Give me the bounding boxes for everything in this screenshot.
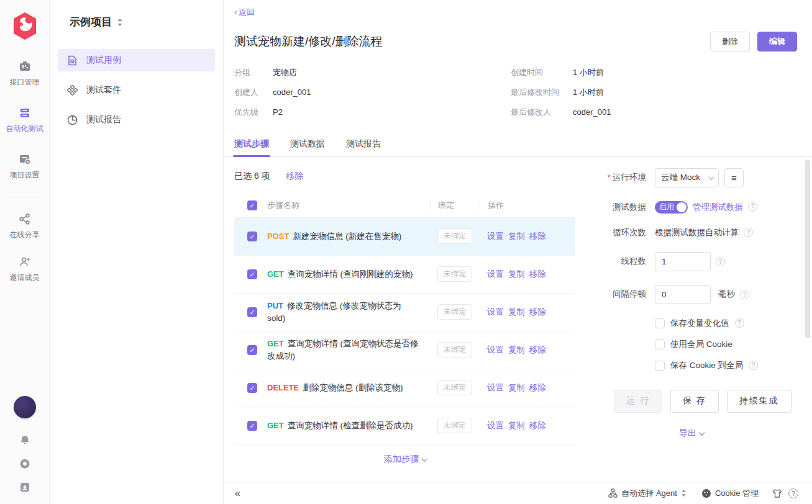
set-link[interactable]: 设置 bbox=[487, 420, 504, 431]
continuous-integration-button[interactable]: 持续集成 bbox=[727, 390, 791, 413]
meta-label: 分组 bbox=[234, 67, 273, 78]
step-row[interactable]: ✓ DELETE删除宠物信息 (删除该宠物) 未绑定 设置 复制 移除 bbox=[234, 369, 575, 407]
help-icon[interactable]: ? bbox=[748, 202, 757, 212]
environment-manage-button[interactable]: ≡ bbox=[724, 168, 744, 187]
use-global-cookie-option[interactable]: 使用全局 Cookie bbox=[655, 339, 797, 350]
sidebar-item-label: 测试套件 bbox=[86, 84, 121, 96]
tab-test-report[interactable]: 测试报告 bbox=[346, 138, 381, 156]
remove-link[interactable]: 移除 bbox=[529, 307, 546, 318]
remove-link[interactable]: 移除 bbox=[529, 382, 546, 394]
set-link[interactable]: 设置 bbox=[487, 382, 504, 394]
test-data-label: 测试数据 bbox=[585, 202, 646, 213]
vertical-scrollbar[interactable] bbox=[805, 160, 810, 338]
sidebar-item-test-reports[interactable]: 测试报告 bbox=[58, 109, 215, 131]
rail-item-invite-members[interactable]: 邀请成员 bbox=[10, 255, 40, 283]
question-icon: ? bbox=[788, 488, 798, 498]
export-link[interactable]: 导出 bbox=[679, 428, 703, 438]
remove-link[interactable]: 移除 bbox=[529, 420, 546, 431]
row-checkbox[interactable]: ✓ bbox=[247, 269, 257, 279]
checkbox[interactable] bbox=[655, 318, 665, 328]
rail-item-label: 在线分享 bbox=[10, 230, 40, 240]
rail-item-online-share[interactable]: 在线分享 bbox=[10, 212, 40, 240]
row-checkbox[interactable]: ✓ bbox=[247, 383, 257, 393]
row-checkbox[interactable]: ✓ bbox=[247, 345, 257, 355]
pause-label: 间隔停顿 bbox=[585, 289, 646, 300]
copy-link[interactable]: 复制 bbox=[508, 269, 525, 280]
agent-selector[interactable]: 自动选择 Agent bbox=[608, 488, 687, 499]
set-link[interactable]: 设置 bbox=[487, 269, 504, 280]
step-row[interactable]: ✓ GET查询宠物详情 (查询宠物状态是否修改成功) 未绑定 设置 复制 移除 bbox=[234, 331, 575, 369]
copy-link[interactable]: 复制 bbox=[508, 382, 525, 394]
help-icon[interactable]: ? bbox=[735, 318, 744, 328]
project-settings-icon bbox=[18, 153, 32, 166]
tab-test-data[interactable]: 测试数据 bbox=[290, 138, 325, 156]
test-data-toggle[interactable]: 启用 bbox=[655, 201, 688, 214]
remove-link[interactable]: 移除 bbox=[529, 231, 546, 242]
rail-bottom-group bbox=[14, 396, 36, 495]
loop-count-value: 根据测试数据自动计算 bbox=[655, 227, 739, 238]
meta-label: 创建人 bbox=[234, 87, 273, 98]
main-area: ‹ 返回 测试宠物新建/修改/删除流程 删除 编辑 分组 宠物店 创建人 cod… bbox=[224, 0, 812, 504]
add-step-link[interactable]: 添加步骤 bbox=[384, 454, 426, 464]
step-row[interactable]: ✓ PUT修改宠物信息 (修改宠物状态为 sold) 未绑定 设置 复制 移除 bbox=[234, 294, 575, 331]
manage-test-data-link[interactable]: 管理测试数据 bbox=[693, 202, 743, 213]
app-logo[interactable] bbox=[10, 11, 40, 41]
help-icon[interactable]: ? bbox=[740, 290, 749, 299]
collapse-sidebar-button[interactable]: « bbox=[235, 488, 240, 499]
meta-value: coder_001 bbox=[273, 88, 311, 97]
tab-test-steps[interactable]: 测试步骤 bbox=[234, 138, 269, 156]
help-button[interactable]: ? bbox=[788, 488, 798, 498]
avatar[interactable] bbox=[14, 396, 36, 418]
checkbox[interactable] bbox=[655, 340, 665, 349]
pause-input[interactable] bbox=[655, 285, 711, 304]
edit-button[interactable]: 编辑 bbox=[757, 32, 797, 52]
set-link[interactable]: 设置 bbox=[487, 307, 504, 318]
rail-item-api-management[interactable]: 接口管理 bbox=[10, 60, 40, 88]
back-link[interactable]: ‹ 返回 bbox=[234, 7, 255, 18]
cookie-manager[interactable]: Cookie 管理 bbox=[701, 488, 759, 499]
row-checkbox[interactable]: ✓ bbox=[247, 307, 257, 317]
theme-button[interactable] bbox=[772, 488, 782, 498]
row-checkbox[interactable]: ✓ bbox=[247, 232, 257, 241]
remove-link[interactable]: 移除 bbox=[529, 344, 546, 356]
step-row[interactable]: ✓ POST新建宠物信息 (新建在售宠物) 未绑定 设置 复制 移除 bbox=[234, 218, 575, 256]
settings-button[interactable] bbox=[19, 458, 30, 472]
project-switcher[interactable]: 示例项目 bbox=[70, 15, 215, 29]
select-all-checkbox[interactable]: ✓ bbox=[247, 200, 257, 210]
chevron-down-icon bbox=[699, 430, 705, 436]
step-row[interactable]: ✓ GET查询宠物详情 (检查删除是否成功) 未绑定 设置 复制 移除 bbox=[234, 407, 575, 445]
save-variable-changes-option[interactable]: 保存变量变化值 ? bbox=[655, 318, 797, 329]
help-icon[interactable]: ? bbox=[744, 228, 753, 237]
apifox-logo-icon bbox=[10, 11, 40, 41]
set-link[interactable]: 设置 bbox=[487, 344, 504, 356]
remove-link[interactable]: 移除 bbox=[529, 269, 546, 280]
copy-link[interactable]: 复制 bbox=[508, 307, 525, 318]
gear-icon bbox=[19, 458, 30, 469]
share-icon bbox=[18, 212, 32, 226]
set-link[interactable]: 设置 bbox=[487, 231, 504, 242]
rail-item-project-settings[interactable]: 项目设置 bbox=[10, 153, 40, 181]
download-client-button[interactable] bbox=[19, 482, 30, 495]
copy-link[interactable]: 复制 bbox=[508, 231, 525, 242]
rail-item-automated-testing[interactable]: 自动化测试 bbox=[6, 106, 43, 134]
row-checkbox[interactable]: ✓ bbox=[247, 421, 257, 431]
method-badge: PUT bbox=[267, 301, 283, 310]
thread-count-input[interactable] bbox=[655, 252, 711, 271]
bulk-remove-link[interactable]: 移除 bbox=[286, 171, 304, 182]
sidebar-item-test-suites[interactable]: 测试套件 bbox=[58, 79, 215, 101]
environment-select[interactable]: 云端 Mock bbox=[655, 168, 719, 187]
help-icon[interactable]: ? bbox=[749, 361, 758, 370]
copy-link[interactable]: 复制 bbox=[508, 344, 525, 356]
save-cookie-to-global-option[interactable]: 保存 Cookie 到全局 ? bbox=[655, 360, 797, 371]
notifications-button[interactable] bbox=[19, 434, 30, 448]
sidebar-item-test-cases[interactable]: 测试用例 bbox=[58, 49, 215, 71]
step-row[interactable]: ✓ GET查询宠物详情 (查询刚刚建的宠物) 未绑定 设置 复制 移除 bbox=[234, 256, 575, 294]
steps-table: ✓ 步骤名称 绑定 操作 ✓ POST新建宠物信息 (新建在售宠物) 未绑定 设… bbox=[234, 194, 575, 445]
help-icon[interactable]: ? bbox=[716, 257, 725, 266]
checkbox[interactable] bbox=[655, 361, 665, 371]
hamburger-icon: ≡ bbox=[731, 173, 737, 183]
save-button[interactable]: 保 存 bbox=[670, 390, 719, 413]
delete-button[interactable]: 删除 bbox=[710, 32, 750, 52]
copy-link[interactable]: 复制 bbox=[508, 420, 525, 431]
run-button[interactable]: 运 行 bbox=[614, 390, 662, 413]
